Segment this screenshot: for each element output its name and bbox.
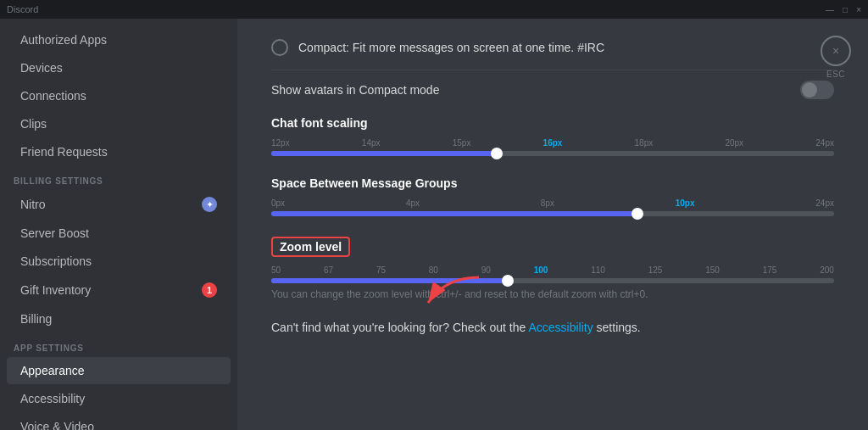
tick-50: 50	[271, 265, 281, 275]
tick-175: 175	[763, 265, 777, 275]
chat-font-scaling-ticks: 12px 14px 15px 16px 18px 20px 24px	[271, 138, 834, 148]
sidebar-item-label: Subscriptions	[20, 254, 92, 268]
sidebar-item-nitro[interactable]: Nitro ✦	[7, 190, 231, 219]
tick-0px: 0px	[271, 198, 285, 208]
sidebar-item-connections[interactable]: Connections	[7, 82, 231, 109]
sidebar-item-label: Appearance	[20, 364, 85, 377]
sidebar-item-authorized-apps[interactable]: Authorized Apps	[7, 26, 231, 53]
tick-110: 110	[591, 265, 605, 275]
tick-90: 90	[481, 265, 491, 275]
help-text: Can't find what you're looking for? Chec…	[271, 321, 834, 334]
space-between-ticks: 0px 4px 8px 10px 24px	[271, 198, 834, 208]
tick-4px: 4px	[406, 198, 420, 208]
tick-24px: 24px	[815, 138, 834, 148]
tick-80: 80	[429, 265, 438, 275]
close-button[interactable]: ×	[856, 5, 861, 14]
zoom-level-container: Zoom level 50 67 75 80 90 100 110 125 15…	[271, 237, 834, 300]
sidebar-item-billing[interactable]: Billing	[7, 305, 231, 332]
sidebar-item-voice-video[interactable]: Voice & Video	[7, 413, 231, 430]
zoom-level-label: Zoom level	[271, 237, 350, 257]
zoom-slider-fill	[271, 278, 508, 283]
sidebar-item-appearance[interactable]: Appearance	[7, 357, 231, 384]
sidebar-item-devices[interactable]: Devices	[7, 54, 231, 81]
gift-inventory-badge: 1	[202, 282, 217, 298]
tick-16px: 16px	[543, 138, 563, 148]
chat-font-scaling-title: Chat font scaling	[271, 116, 834, 130]
app-settings-label: APP SETTINGS	[0, 333, 237, 356]
sidebar-item-subscriptions[interactable]: Subscriptions	[7, 248, 231, 275]
esc-label: ESC	[826, 70, 845, 79]
zoom-hint: You can change the zoom level with ctrl+…	[271, 288, 834, 300]
space-between-slider-thumb[interactable]	[632, 208, 643, 220]
tick-14px: 14px	[362, 138, 381, 148]
tick-200: 200	[820, 265, 834, 275]
chat-font-slider-track[interactable]	[271, 151, 834, 156]
esc-icon: ×	[821, 36, 851, 66]
compact-label: Compact: Fit more messages on screen at …	[298, 41, 604, 54]
compact-option[interactable]: Compact: Fit more messages on screen at …	[271, 39, 834, 56]
nitro-badge: ✦	[202, 197, 217, 212]
window-controls: — □ ×	[826, 5, 861, 14]
space-between-container: Space Between Message Groups 0px 4px 8px…	[271, 176, 834, 216]
sidebar-item-label: Billing	[20, 312, 52, 326]
tick-20px: 20px	[725, 138, 743, 148]
sidebar-item-label: Nitro	[20, 198, 46, 211]
tick-10px: 10px	[676, 198, 695, 208]
sidebar-item-label: Devices	[20, 61, 63, 75]
show-avatars-label: Show avatars in Compact mode	[271, 83, 439, 97]
space-between-title: Space Between Message Groups	[271, 176, 834, 190]
show-avatars-row: Show avatars in Compact mode	[271, 81, 834, 99]
tick-8px: 8px	[541, 198, 554, 208]
divider	[271, 70, 834, 70]
sidebar-item-server-boost[interactable]: Server Boost	[7, 220, 231, 247]
esc-button[interactable]: × ESC	[821, 36, 851, 79]
sidebar-item-label: Gift Inventory	[20, 283, 91, 297]
sidebar-item-label: Voice & Video	[20, 420, 94, 430]
space-between-slider-track[interactable]	[271, 211, 834, 216]
space-between-slider-fill	[271, 211, 637, 216]
sidebar-item-label: Accessibility	[20, 392, 85, 405]
tick-15px: 15px	[453, 138, 471, 148]
accessibility-link[interactable]: Accessibility	[528, 321, 593, 334]
help-text-suffix: settings.	[593, 321, 641, 334]
billing-settings-label: BILLING SETTINGS	[0, 166, 237, 189]
sidebar-item-clips[interactable]: Clips	[7, 110, 231, 137]
sidebar-item-label: Authorized Apps	[20, 33, 107, 47]
maximize-button[interactable]: □	[843, 5, 848, 14]
tick-18px: 18px	[635, 138, 654, 148]
tick-24px-space: 24px	[815, 198, 834, 208]
toggle-knob	[802, 82, 817, 98]
titlebar: Discord — □ ×	[0, 0, 868, 19]
tick-100: 100	[534, 265, 548, 275]
help-text-prefix: Can't find what you're looking for? Chec…	[271, 321, 528, 334]
sidebar-item-label: Connections	[20, 89, 86, 103]
tick-75: 75	[376, 265, 386, 275]
zoom-slider-track[interactable]	[271, 278, 834, 283]
chat-font-slider-thumb[interactable]	[491, 148, 503, 159]
compact-radio[interactable]	[271, 39, 288, 56]
zoom-level-ticks: 50 67 75 80 90 100 110 125 150 175 200	[271, 265, 834, 275]
main-content: × ESC Compact: Fit more messages on scre…	[237, 19, 868, 430]
tick-12px: 12px	[271, 138, 290, 148]
sidebar-item-gift-inventory[interactable]: Gift Inventory 1	[7, 276, 231, 304]
minimize-button[interactable]: —	[826, 5, 834, 14]
show-avatars-toggle[interactable]	[800, 81, 834, 99]
tick-125: 125	[648, 265, 663, 275]
app-body: Authorized Apps Devices Connections Clip…	[0, 19, 868, 430]
sidebar: Authorized Apps Devices Connections Clip…	[0, 19, 237, 430]
chat-font-scaling-container: Chat font scaling 12px 14px 15px 16px 18…	[271, 116, 834, 156]
sidebar-item-label: Friend Requests	[20, 145, 108, 159]
tick-67: 67	[324, 265, 333, 275]
sidebar-item-label: Server Boost	[20, 226, 89, 240]
tick-150: 150	[705, 265, 720, 275]
sidebar-item-friend-requests[interactable]: Friend Requests	[7, 138, 231, 165]
sidebar-item-accessibility[interactable]: Accessibility	[7, 385, 231, 412]
zoom-slider-thumb[interactable]	[502, 275, 514, 287]
sidebar-item-label: Clips	[20, 117, 47, 131]
app-title: Discord	[7, 4, 38, 14]
chat-font-slider-fill	[271, 151, 497, 156]
